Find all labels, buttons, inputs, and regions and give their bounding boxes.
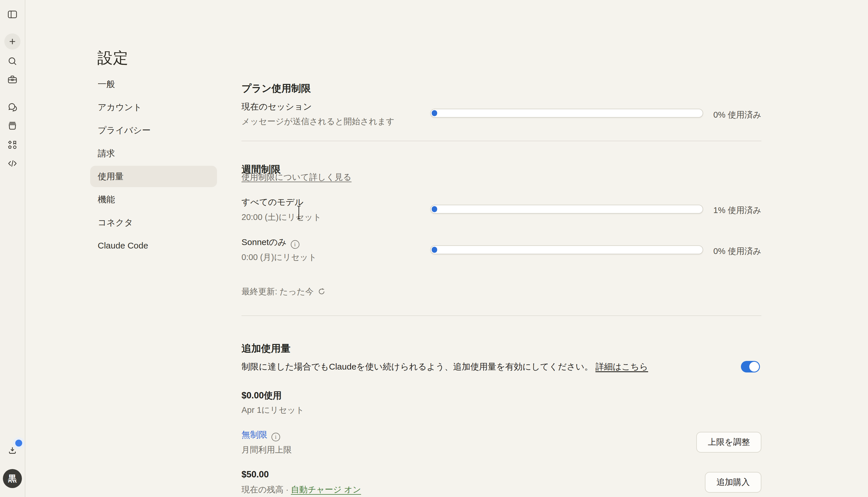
notification-dot [15,440,22,446]
search-button[interactable] [4,53,20,69]
page-title: 設定 [97,48,129,69]
current-session-label: 現在のセッション [242,101,312,113]
projects-button[interactable] [4,118,20,134]
download-button[interactable] [4,442,20,458]
sidebar-panel-icon [7,9,18,20]
refresh-icon[interactable] [318,288,326,298]
info-icon[interactable]: i [291,240,300,249]
info-icon[interactable]: i [272,433,280,441]
balance-amount: $50.00 [242,469,269,480]
claude-settings-window: 黒 設定 一般 アカウント プライバシー 請求 使用量 機能 コネクタ Clau… [0,0,868,497]
all-models-reset-sub: 20:00 (土)にリセット [242,212,321,223]
avatar[interactable]: 黒 [3,469,22,488]
progress-fill [432,247,437,253]
current-session-progress-bar [430,109,703,118]
adjust-limit-button[interactable]: 上限を調整 [696,432,761,453]
sonnet-only-percent: 0% 使用済み [713,246,761,257]
section-divider [242,315,761,316]
usage-reset: Apr 1にリセット [242,404,304,416]
sidebar-toggle-button[interactable] [4,6,20,23]
toolbox-button[interactable] [4,71,20,88]
unlimited-link[interactable]: 無制限 [242,430,267,439]
nav-item-usage[interactable]: 使用量 [90,166,217,187]
purchase-button[interactable]: 追加購入 [705,472,761,493]
chats-button[interactable] [4,99,20,115]
plus-icon [8,37,17,46]
code-button[interactable] [4,155,20,172]
settings-nav: 一般 アカウント プライバシー 請求 使用量 機能 コネクタ Claude Co… [90,73,217,258]
current-session-sub: メッセージが送信されると開始されます [242,116,394,127]
tray-box-icon [7,120,18,131]
nav-item-billing[interactable]: 請求 [90,143,217,164]
section-heading-extra-usage: 追加使用量 [242,342,290,355]
progress-fill [432,206,437,212]
nav-item-connectors[interactable]: コネクタ [90,212,217,233]
sonnet-only-label: Sonnetのみi [242,237,300,249]
chat-bubbles-icon [7,102,18,113]
nav-item-claude-code[interactable]: Claude Code [90,235,217,256]
icon-rail: 黒 [0,0,25,497]
nav-item-privacy[interactable]: プライバシー [90,119,217,141]
nav-item-account[interactable]: アカウント [90,97,217,118]
shapes-button[interactable] [4,137,20,153]
nav-item-features[interactable]: 機能 [90,189,217,210]
toggle-knob [749,362,759,372]
section-divider [242,141,761,141]
code-icon [7,158,18,169]
toolbox-icon [7,74,18,85]
nav-item-general[interactable]: 一般 [90,73,217,95]
search-icon [7,56,18,67]
autocharge-link[interactable]: 自動チャージ オン [291,485,361,494]
usage-limits-learn-more-link[interactable]: 使用制限について詳しく見る [242,172,351,182]
current-session-percent: 0% 使用済み [713,109,761,121]
new-chat-button[interactable] [4,33,20,49]
all-models-progress-bar [430,205,703,214]
last-updated: 最終更新: たった今 [242,286,326,298]
balance-row: 現在の残高 · 自動チャージ オン [242,484,361,496]
extra-usage-toggle[interactable] [741,361,760,372]
shapes-icon [7,140,18,151]
sonnet-only-progress-bar [430,245,703,254]
progress-fill [432,110,437,116]
monthly-limit-label: 月間利用上限 [242,444,292,456]
details-link[interactable]: 詳細はこちら [595,362,648,371]
sonnet-only-reset-sub: 0:00 (月)にリセット [242,252,317,263]
section-heading-plan-limits: プラン使用制限 [242,82,311,95]
download-icon [7,444,18,455]
all-models-percent: 1% 使用済み [713,205,761,216]
monthly-limit-value: 無制限i [242,429,280,441]
extra-usage-description: 制限に達した場合でもClaudeを使い続けられるよう、追加使用量を有効にしてくだ… [242,361,668,373]
all-models-label: すべてのモデル [242,196,303,208]
usage-amount: $0.00使用 [242,389,282,401]
